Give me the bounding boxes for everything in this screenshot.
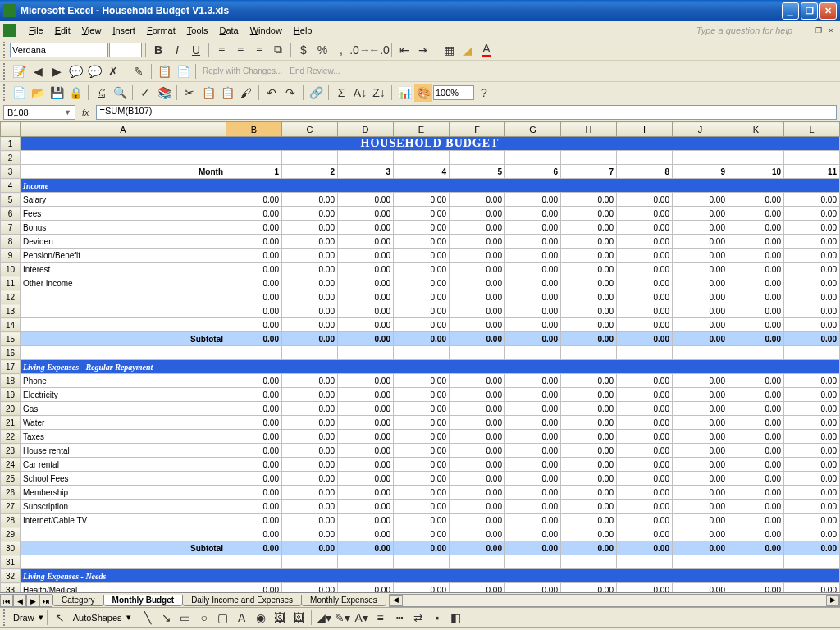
print-preview-button[interactable]: 🔍 (111, 84, 129, 102)
cell[interactable]: 0.00 (505, 388, 561, 402)
cell[interactable]: 11 (784, 165, 840, 179)
tab-nav-next[interactable]: ▶ (26, 594, 39, 607)
cell[interactable]: 6 (505, 165, 561, 179)
cell[interactable]: 0.00 (617, 444, 673, 458)
col-header-F[interactable]: F (450, 122, 505, 137)
cell[interactable]: 0.00 (617, 402, 673, 416)
cell[interactable]: 0.00 (394, 332, 450, 346)
cell[interactable]: 0.00 (226, 416, 282, 430)
cell[interactable]: 0.00 (338, 541, 394, 555)
cell[interactable]: 0.00 (728, 318, 784, 332)
cell[interactable] (617, 555, 673, 569)
row-header-30[interactable]: 30 (1, 541, 21, 555)
cell[interactable]: 0.00 (394, 472, 450, 486)
cell[interactable]: 0.00 (728, 374, 784, 388)
increase-indent-button[interactable]: ⇥ (414, 41, 432, 59)
horizontal-scrollbar[interactable]: ◀▶ (389, 594, 840, 607)
row-header-14[interactable]: 14 (1, 318, 21, 332)
cell[interactable]: Subscription (21, 500, 226, 514)
cell[interactable]: 0.00 (617, 388, 673, 402)
cell[interactable]: 0.00 (226, 374, 282, 388)
picture-button[interactable]: 🖼 (290, 609, 308, 627)
cell[interactable]: 0.00 (784, 318, 840, 332)
cell[interactable]: 0.00 (617, 458, 673, 472)
cell[interactable]: 0.00 (338, 486, 394, 500)
cell[interactable]: 0.00 (394, 276, 450, 290)
cell[interactable]: 0.00 (505, 583, 561, 593)
cell[interactable]: 0.00 (394, 374, 450, 388)
col-header-E[interactable]: E (394, 122, 450, 137)
cell[interactable]: 0.00 (505, 318, 561, 332)
cell[interactable]: 0.00 (784, 235, 840, 249)
cell[interactable]: Other Income (21, 276, 226, 290)
cell[interactable]: Subtotal (21, 541, 226, 555)
cell[interactable]: 0.00 (617, 486, 673, 500)
cell[interactable]: 0.00 (673, 514, 728, 527)
doc-close-button[interactable]: × (825, 25, 837, 36)
cell[interactable]: 0.00 (561, 583, 617, 593)
cell[interactable]: 0.00 (617, 514, 673, 527)
cell[interactable]: 0.00 (282, 193, 338, 207)
cell[interactable]: 0.00 (226, 430, 282, 444)
cell[interactable] (21, 318, 226, 332)
show-all-comments-button[interactable]: 💬 (85, 62, 103, 80)
cell[interactable]: 0.00 (617, 193, 673, 207)
cell[interactable]: 0.00 (728, 276, 784, 290)
cell[interactable]: 0.00 (394, 486, 450, 500)
cell[interactable]: 0.00 (505, 416, 561, 430)
cell[interactable]: 0.00 (561, 318, 617, 332)
font-color-button[interactable]: A (477, 41, 495, 59)
menu-file[interactable]: File (23, 24, 49, 37)
line-style-button[interactable]: ≡ (372, 609, 390, 627)
row-header-2[interactable]: 2 (1, 151, 21, 165)
cell[interactable]: 0.00 (673, 207, 728, 221)
cell[interactable]: 0.00 (282, 276, 338, 290)
cell[interactable] (21, 527, 226, 541)
menu-view[interactable]: View (76, 24, 107, 37)
cell[interactable] (282, 346, 338, 360)
cell[interactable] (673, 151, 728, 165)
cell[interactable]: 0.00 (728, 221, 784, 235)
cell[interactable]: 0.00 (505, 472, 561, 486)
cell[interactable]: 0.00 (617, 276, 673, 290)
hyperlink-button[interactable]: 🔗 (307, 84, 325, 102)
cell[interactable]: 0.00 (728, 249, 784, 262)
clipart-button[interactable]: 🖼 (271, 609, 289, 627)
cell[interactable]: 0.00 (226, 388, 282, 402)
menu-format[interactable]: Format (141, 24, 181, 37)
cell[interactable]: 0.00 (561, 304, 617, 318)
cell[interactable]: 0.00 (282, 541, 338, 555)
cell[interactable]: 0.00 (673, 304, 728, 318)
tab-nav-prev[interactable]: ◀ (13, 594, 26, 607)
diagram-button[interactable]: ◉ (252, 609, 270, 627)
cell[interactable]: 0.00 (784, 583, 840, 593)
font-size-select[interactable] (109, 43, 142, 57)
cell[interactable]: 0.00 (226, 235, 282, 249)
row-header-10[interactable]: 10 (1, 262, 21, 276)
row-header-31[interactable]: 31 (1, 555, 21, 569)
cell[interactable]: 0.00 (338, 207, 394, 221)
spelling-button[interactable]: ✓ (136, 84, 154, 102)
decrease-indent-button[interactable]: ⇤ (395, 41, 413, 59)
col-header-L[interactable]: L (784, 122, 840, 137)
cell[interactable]: 0.00 (728, 583, 784, 593)
row-header-25[interactable]: 25 (1, 472, 21, 486)
cell[interactable]: 1 (226, 165, 282, 179)
cell[interactable]: 0.00 (673, 500, 728, 514)
select-all-cell[interactable] (1, 122, 21, 137)
cell[interactable]: 0.00 (561, 290, 617, 304)
cell[interactable]: 0.00 (282, 262, 338, 276)
arrow-button[interactable]: ↘ (158, 609, 176, 627)
cell[interactable] (561, 151, 617, 165)
cell[interactable]: 0.00 (673, 527, 728, 541)
cell[interactable]: Deviden (21, 235, 226, 249)
zoom-select[interactable] (433, 85, 474, 100)
cell[interactable]: 0.00 (450, 221, 505, 235)
cell[interactable]: 0.00 (282, 402, 338, 416)
cell[interactable]: 0.00 (784, 221, 840, 235)
worksheet-grid[interactable]: ABCDEFGHIJKL1HOUSEHOLD BUDGET23Month1234… (0, 121, 840, 592)
menu-data[interactable]: Data (213, 24, 244, 37)
cell[interactable] (338, 555, 394, 569)
cell[interactable]: 0.00 (450, 249, 505, 262)
show-comment-button[interactable]: 💬 (66, 62, 84, 80)
